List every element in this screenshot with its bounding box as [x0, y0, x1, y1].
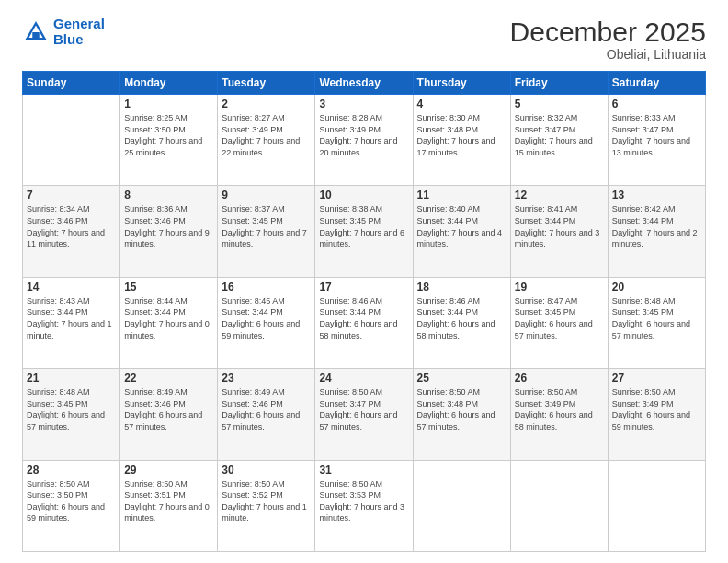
day-info: Sunrise: 8:28 AMSunset: 3:49 PMDaylight:…: [319, 112, 408, 158]
col-wednesday: Wednesday: [315, 72, 413, 95]
table-row: 10Sunrise: 8:38 AMSunset: 3:45 PMDayligh…: [315, 186, 413, 277]
day-info: Sunrise: 8:50 AMSunset: 3:49 PMDaylight:…: [612, 386, 701, 432]
day-number: 8: [124, 189, 213, 201]
day-number: 17: [319, 281, 408, 293]
col-friday: Friday: [510, 72, 608, 95]
day-number: 2: [222, 98, 311, 110]
calendar-body: 1Sunrise: 8:25 AMSunset: 3:50 PMDaylight…: [23, 95, 706, 552]
day-number: 13: [612, 189, 701, 201]
table-row: 1Sunrise: 8:25 AMSunset: 3:50 PMDaylight…: [120, 95, 218, 186]
table-row: 16Sunrise: 8:45 AMSunset: 3:44 PMDayligh…: [218, 277, 315, 368]
day-info: Sunrise: 8:36 AMSunset: 3:46 PMDaylight:…: [124, 203, 213, 249]
week-row-2: 7Sunrise: 8:34 AMSunset: 3:46 PMDaylight…: [23, 186, 706, 277]
day-info: Sunrise: 8:50 AMSunset: 3:51 PMDaylight:…: [124, 478, 213, 524]
day-info: Sunrise: 8:27 AMSunset: 3:49 PMDaylight:…: [222, 112, 311, 158]
day-number: 1: [124, 98, 213, 110]
week-row-1: 1Sunrise: 8:25 AMSunset: 3:50 PMDaylight…: [23, 95, 706, 186]
table-row: [608, 460, 705, 551]
col-saturday: Saturday: [608, 72, 705, 95]
day-number: 31: [319, 464, 408, 477]
table-row: 28Sunrise: 8:50 AMSunset: 3:50 PMDayligh…: [23, 460, 120, 551]
table-row: 18Sunrise: 8:46 AMSunset: 3:44 PMDayligh…: [413, 277, 510, 368]
day-info: Sunrise: 8:49 AMSunset: 3:46 PMDaylight:…: [222, 386, 311, 432]
day-info: Sunrise: 8:44 AMSunset: 3:44 PMDaylight:…: [124, 295, 213, 341]
logo-text: General Blue: [53, 17, 105, 47]
day-number: 20: [612, 281, 701, 293]
day-number: 27: [612, 372, 701, 385]
svg-rect-2: [32, 32, 40, 40]
logo-icon: [22, 18, 50, 46]
table-row: 26Sunrise: 8:50 AMSunset: 3:49 PMDayligh…: [510, 369, 608, 460]
day-info: Sunrise: 8:48 AMSunset: 3:45 PMDaylight:…: [27, 386, 116, 432]
day-number: 23: [222, 372, 311, 385]
table-row: 5Sunrise: 8:32 AMSunset: 3:47 PMDaylight…: [510, 95, 608, 186]
day-info: Sunrise: 8:41 AMSunset: 3:44 PMDaylight:…: [515, 203, 604, 249]
table-row: 9Sunrise: 8:37 AMSunset: 3:45 PMDaylight…: [218, 186, 315, 277]
day-info: Sunrise: 8:30 AMSunset: 3:48 PMDaylight:…: [417, 112, 506, 158]
day-number: 30: [222, 464, 311, 477]
table-row: 24Sunrise: 8:50 AMSunset: 3:47 PMDayligh…: [315, 369, 413, 460]
logo-line1: General: [53, 16, 105, 31]
table-row: 21Sunrise: 8:48 AMSunset: 3:45 PMDayligh…: [23, 369, 120, 460]
table-row: 6Sunrise: 8:33 AMSunset: 3:47 PMDaylight…: [608, 95, 705, 186]
calendar-header: Sunday Monday Tuesday Wednesday Thursday…: [23, 72, 706, 95]
header-row: Sunday Monday Tuesday Wednesday Thursday…: [23, 72, 706, 95]
table-row: 23Sunrise: 8:49 AMSunset: 3:46 PMDayligh…: [218, 369, 315, 460]
logo-line2: Blue: [53, 31, 84, 47]
day-number: 7: [27, 189, 116, 201]
col-monday: Monday: [120, 72, 218, 95]
day-info: Sunrise: 8:47 AMSunset: 3:45 PMDaylight:…: [515, 295, 604, 341]
col-thursday: Thursday: [413, 72, 510, 95]
day-info: Sunrise: 8:50 AMSunset: 3:47 PMDaylight:…: [319, 386, 408, 432]
day-number: 12: [515, 189, 604, 201]
col-tuesday: Tuesday: [218, 72, 315, 95]
day-number: 26: [515, 372, 604, 385]
day-info: Sunrise: 8:45 AMSunset: 3:44 PMDaylight:…: [222, 295, 311, 341]
table-row: 25Sunrise: 8:50 AMSunset: 3:48 PMDayligh…: [413, 369, 510, 460]
day-info: Sunrise: 8:50 AMSunset: 3:52 PMDaylight:…: [222, 478, 311, 524]
week-row-5: 28Sunrise: 8:50 AMSunset: 3:50 PMDayligh…: [23, 460, 706, 551]
table-row: 7Sunrise: 8:34 AMSunset: 3:46 PMDaylight…: [23, 186, 120, 277]
table-row: 4Sunrise: 8:30 AMSunset: 3:48 PMDaylight…: [413, 95, 510, 186]
table-row: 14Sunrise: 8:43 AMSunset: 3:44 PMDayligh…: [23, 277, 120, 368]
day-info: Sunrise: 8:33 AMSunset: 3:47 PMDaylight:…: [612, 112, 701, 158]
table-row: 8Sunrise: 8:36 AMSunset: 3:46 PMDaylight…: [120, 186, 218, 277]
day-info: Sunrise: 8:46 AMSunset: 3:44 PMDaylight:…: [319, 295, 408, 341]
calendar-table: Sunday Monday Tuesday Wednesday Thursday…: [22, 71, 706, 552]
day-number: 15: [124, 281, 213, 293]
table-row: [510, 460, 608, 551]
table-row: 29Sunrise: 8:50 AMSunset: 3:51 PMDayligh…: [120, 460, 218, 551]
day-number: 28: [27, 464, 116, 477]
day-number: 11: [417, 189, 506, 201]
day-info: Sunrise: 8:50 AMSunset: 3:53 PMDaylight:…: [319, 478, 408, 524]
table-row: 3Sunrise: 8:28 AMSunset: 3:49 PMDaylight…: [315, 95, 413, 186]
day-number: 4: [417, 98, 506, 110]
page: General Blue December 2025 Obeliai, Lith…: [0, 0, 728, 563]
table-row: 12Sunrise: 8:41 AMSunset: 3:44 PMDayligh…: [510, 186, 608, 277]
table-row: 22Sunrise: 8:49 AMSunset: 3:46 PMDayligh…: [120, 369, 218, 460]
day-number: 18: [417, 281, 506, 293]
day-info: Sunrise: 8:40 AMSunset: 3:44 PMDaylight:…: [417, 203, 506, 249]
day-number: 25: [417, 372, 506, 385]
day-info: Sunrise: 8:42 AMSunset: 3:44 PMDaylight:…: [612, 203, 701, 249]
table-row: 20Sunrise: 8:48 AMSunset: 3:45 PMDayligh…: [608, 277, 705, 368]
week-row-3: 14Sunrise: 8:43 AMSunset: 3:44 PMDayligh…: [23, 277, 706, 368]
day-info: Sunrise: 8:25 AMSunset: 3:50 PMDaylight:…: [124, 112, 213, 158]
day-number: 3: [319, 98, 408, 110]
day-info: Sunrise: 8:50 AMSunset: 3:49 PMDaylight:…: [515, 386, 604, 432]
table-row: 17Sunrise: 8:46 AMSunset: 3:44 PMDayligh…: [315, 277, 413, 368]
table-row: 13Sunrise: 8:42 AMSunset: 3:44 PMDayligh…: [608, 186, 705, 277]
day-info: Sunrise: 8:34 AMSunset: 3:46 PMDaylight:…: [27, 203, 116, 249]
table-row: [23, 95, 120, 186]
day-number: 6: [612, 98, 701, 110]
day-number: 10: [319, 189, 408, 201]
day-info: Sunrise: 8:48 AMSunset: 3:45 PMDaylight:…: [612, 295, 701, 341]
day-number: 9: [222, 189, 311, 201]
table-row: 31Sunrise: 8:50 AMSunset: 3:53 PMDayligh…: [315, 460, 413, 551]
day-number: 21: [27, 372, 116, 385]
day-number: 22: [124, 372, 213, 385]
table-row: 19Sunrise: 8:47 AMSunset: 3:45 PMDayligh…: [510, 277, 608, 368]
table-row: [413, 460, 510, 551]
day-info: Sunrise: 8:49 AMSunset: 3:46 PMDaylight:…: [124, 386, 213, 432]
day-number: 24: [319, 372, 408, 385]
